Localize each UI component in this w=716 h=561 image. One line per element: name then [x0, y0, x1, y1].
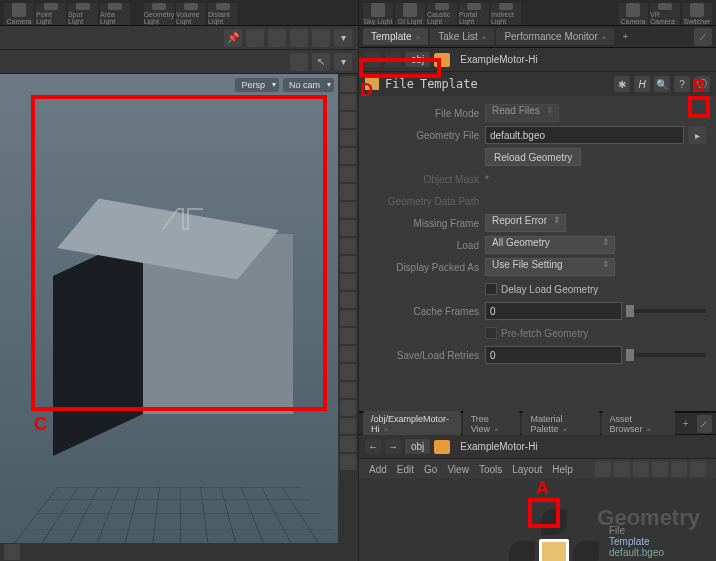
nav-fwd-icon[interactable]: → [385, 52, 401, 67]
reload-geometry-button[interactable]: Reload Geometry [485, 148, 581, 166]
nav-fwd-icon[interactable]: → [385, 439, 401, 454]
net-tool[interactable] [652, 461, 668, 477]
vp-tool[interactable] [340, 94, 356, 110]
net-tool[interactable] [595, 461, 611, 477]
shelf-item[interactable]: Point Light [36, 3, 66, 25]
vp-tool[interactable] [340, 418, 356, 434]
vp-tool[interactable] [340, 130, 356, 146]
shelf-item[interactable]: Camera [4, 3, 34, 25]
shelf-item[interactable]: Geometry Light [144, 3, 174, 25]
load-select[interactable]: All Geometry [485, 236, 615, 254]
display-packed-select[interactable]: Use File Setting [485, 258, 615, 276]
shelf-item[interactable]: Area Light [100, 3, 130, 25]
vp-tool[interactable] [340, 454, 356, 470]
tab-tree-view[interactable]: Tree View× [463, 411, 521, 437]
tab-template[interactable]: Template× [363, 28, 428, 45]
missing-frame-select[interactable]: Report Error [485, 214, 566, 232]
scene-viewport[interactable]: Persp No cam [0, 74, 358, 561]
shelf-item[interactable]: Portal Light [459, 3, 489, 25]
node-name-label[interactable]: Template [420, 77, 478, 91]
view-perspective-dropdown[interactable]: Persp [235, 78, 279, 92]
vp-tool[interactable] [340, 184, 356, 200]
vp-tool[interactable] [340, 328, 356, 344]
vp-tool[interactable] [340, 166, 356, 182]
nav-back-icon[interactable]: ← [365, 439, 381, 454]
cursor-icon[interactable]: ↖ [312, 53, 330, 71]
shelf-item[interactable]: Spot Light [68, 3, 98, 25]
menu-add[interactable]: Add [369, 464, 387, 475]
render-icon[interactable] [312, 29, 330, 47]
tab-asset-browser[interactable]: Asset Browser× [602, 411, 675, 437]
cache-frames-input[interactable] [485, 302, 622, 320]
vp-tool[interactable] [340, 238, 356, 254]
shelf-item[interactable]: Camera [618, 3, 648, 25]
nav-back-icon[interactable]: ← [365, 52, 381, 67]
shelf-item[interactable]: VR Camera [650, 3, 680, 25]
pin-icon[interactable]: 📌 [224, 29, 242, 47]
tab-take-list[interactable]: Take List× [430, 28, 494, 45]
vp-tool[interactable] [4, 544, 20, 560]
file-mode-select[interactable]: Read Files [485, 104, 559, 122]
geometry-file-input[interactable] [485, 126, 684, 144]
help-icon[interactable]: ? [674, 76, 690, 92]
vp-tool[interactable] [340, 76, 356, 92]
net-tool[interactable] [614, 461, 630, 477]
vp-tool[interactable] [340, 220, 356, 236]
path-obj[interactable]: obj [405, 439, 430, 454]
node-ring-menu[interactable] [509, 509, 599, 561]
path-node[interactable]: ExampleMotor-Hi [454, 52, 543, 67]
vp-tool[interactable] [340, 202, 356, 218]
vp-tool[interactable] [340, 292, 356, 308]
vp-tool[interactable] [340, 274, 356, 290]
search-icon[interactable]: 🔍 [654, 76, 670, 92]
gear-icon[interactable]: ✱ [614, 76, 630, 92]
network-view[interactable]: Geometry File Template default.bgeo [359, 479, 716, 561]
add-tab-button[interactable]: + [677, 418, 695, 429]
menu-layout[interactable]: Layout [512, 464, 542, 475]
file-node[interactable] [539, 539, 569, 561]
tab-network-path[interactable]: /obj/ExampleMotor-Hi× [363, 411, 461, 437]
menu-edit[interactable]: Edit [397, 464, 414, 475]
node-color-swatch[interactable] [434, 440, 450, 454]
net-tool[interactable] [633, 461, 649, 477]
cache-frames-slider[interactable] [626, 309, 706, 313]
snap-icon[interactable] [290, 53, 308, 71]
net-tool[interactable] [671, 461, 687, 477]
vp-tool[interactable] [340, 382, 356, 398]
menu-view[interactable]: View [447, 464, 469, 475]
pin-icon[interactable]: ⟋ [694, 28, 712, 46]
shelf-item[interactable]: Caustic Light [427, 3, 457, 25]
more-icon[interactable]: ▾ [334, 53, 352, 71]
add-tab-button[interactable]: + [616, 31, 634, 42]
display-options-icon[interactable] [246, 29, 264, 47]
shelf-item[interactable]: Switcher [682, 3, 712, 25]
geometry-cube[interactable] [58, 194, 278, 414]
path-node[interactable]: ExampleMotor-Hi [454, 439, 543, 454]
vp-tool[interactable] [340, 346, 356, 362]
retries-slider[interactable] [626, 353, 706, 357]
shelf-item[interactable]: GI Light [395, 3, 425, 25]
vp-tool[interactable] [340, 436, 356, 452]
delay-load-checkbox[interactable] [485, 283, 497, 295]
path-obj[interactable]: obj [405, 52, 430, 67]
shelf-item[interactable]: Volume Light [176, 3, 206, 25]
view-camera-dropdown[interactable]: No cam [283, 78, 334, 92]
node-color-swatch[interactable] [434, 53, 450, 67]
shelf-item[interactable]: Sky Light [363, 3, 393, 25]
file-chooser-button[interactable]: ▸ [688, 126, 706, 144]
vp-tool[interactable] [340, 256, 356, 272]
retries-input[interactable] [485, 346, 622, 364]
vp-tool[interactable] [340, 148, 356, 164]
chevron-down-icon[interactable]: ▾ [334, 29, 352, 47]
shelf-item[interactable]: Distant Light [208, 3, 238, 25]
tab-material-palette[interactable]: Material Palette× [522, 411, 599, 437]
tab-perf-monitor[interactable]: Performance Monitor× [496, 28, 614, 45]
camera-icon[interactable] [290, 29, 308, 47]
layout-icon[interactable] [268, 29, 286, 47]
info-icon[interactable]: ⓘ [694, 76, 710, 92]
vp-tool[interactable] [340, 310, 356, 326]
vp-tool[interactable] [340, 364, 356, 380]
vp-tool[interactable] [340, 400, 356, 416]
menu-go[interactable]: Go [424, 464, 437, 475]
vp-tool[interactable] [340, 112, 356, 128]
